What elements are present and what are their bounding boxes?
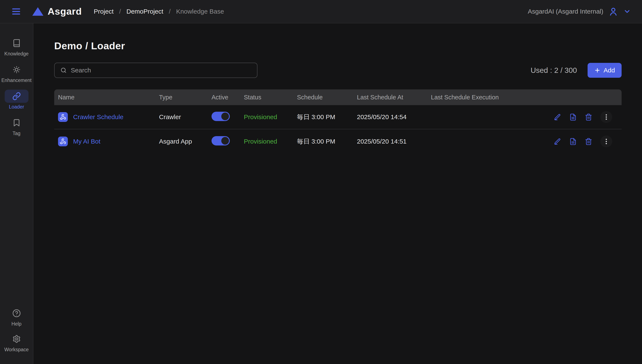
sidebar-item-enhancement[interactable]: Enhancement bbox=[0, 63, 33, 83]
status-cell: Provisioned bbox=[244, 138, 297, 145]
column-header-last-schedule-execution: Last Schedule Execution bbox=[431, 94, 553, 101]
gear-icon bbox=[12, 335, 21, 343]
sidebar-item-label: Tag bbox=[13, 130, 21, 136]
row-name-link[interactable]: Crawler Schedule bbox=[73, 114, 124, 121]
loader-table: Name Type Active Status Schedule Last Sc… bbox=[54, 90, 621, 154]
trash-icon[interactable] bbox=[585, 114, 592, 121]
column-header-status: Status bbox=[244, 94, 297, 101]
help-circle-icon bbox=[12, 309, 21, 318]
sidebar-item-label: Help bbox=[12, 321, 22, 327]
more-options-button[interactable] bbox=[600, 136, 612, 148]
sidebar-item-help[interactable]: Help bbox=[0, 307, 33, 327]
chevron-down-icon[interactable] bbox=[623, 8, 631, 15]
kebab-icon bbox=[603, 114, 610, 121]
table-row: Crawler Schedule Crawler Provisioned 毎日 … bbox=[54, 105, 621, 129]
row-actions bbox=[553, 111, 621, 123]
type-cell: Asgard App bbox=[159, 138, 211, 145]
logo[interactable]: Asgard bbox=[32, 6, 82, 17]
sidebar-item-label: Loader bbox=[9, 104, 24, 110]
topbar: Asgard Project / DemoProject / Knowledge… bbox=[0, 0, 642, 23]
search-box[interactable] bbox=[54, 63, 257, 78]
sidebar-item-knowledge[interactable]: Knowledge bbox=[0, 36, 33, 57]
active-toggle[interactable] bbox=[211, 112, 230, 121]
sidebar-item-label: Workspace bbox=[4, 347, 29, 352]
sidebar-item-tag[interactable]: Tag bbox=[0, 116, 33, 136]
column-header-active: Active bbox=[211, 94, 244, 101]
search-icon bbox=[60, 67, 67, 74]
breadcrumb-separator: / bbox=[169, 8, 170, 15]
breadcrumb-project[interactable]: Project bbox=[94, 8, 114, 15]
webhook-icon bbox=[58, 136, 68, 146]
breadcrumb-demo-project[interactable]: DemoProject bbox=[127, 8, 163, 15]
breadcrumb: Project / DemoProject / Knowledge Base bbox=[94, 8, 224, 15]
logo-text: Asgard bbox=[48, 6, 82, 17]
account-area: AsgardAI (Asgard Internal) bbox=[528, 6, 631, 16]
column-header-schedule: Schedule bbox=[297, 94, 357, 101]
add-button[interactable]: Add bbox=[587, 63, 621, 78]
sidebar-item-loader[interactable]: Loader bbox=[0, 90, 33, 110]
breadcrumb-knowledge-base: Knowledge Base bbox=[176, 8, 224, 15]
active-cell bbox=[211, 112, 244, 122]
document-icon[interactable] bbox=[569, 114, 577, 121]
search-input[interactable] bbox=[71, 67, 251, 74]
kebab-icon bbox=[603, 138, 610, 145]
book-icon bbox=[12, 39, 21, 47]
schedule-cell: 毎日 3:00 PM bbox=[297, 113, 357, 122]
main-content: Demo / Loader Used : 2 / 300 Add Name Ty… bbox=[34, 23, 642, 364]
edit-icon[interactable] bbox=[554, 114, 561, 121]
active-cell bbox=[211, 136, 244, 147]
bookmark-icon bbox=[12, 118, 21, 127]
add-button-label: Add bbox=[603, 67, 615, 74]
sidebar: Knowledge Enhancement Loader Tag Help Wo… bbox=[0, 23, 33, 364]
name-cell: Crawler Schedule bbox=[58, 112, 159, 122]
column-header-type: Type bbox=[159, 94, 211, 101]
status-cell: Provisioned bbox=[244, 114, 297, 121]
sidebar-item-workspace[interactable]: Workspace bbox=[0, 332, 33, 352]
column-header-last-schedule-at: Last Schedule At bbox=[357, 94, 431, 101]
row-actions bbox=[553, 136, 621, 148]
logo-triangle-icon bbox=[32, 7, 43, 16]
more-options-button[interactable] bbox=[600, 111, 612, 123]
column-header-name: Name bbox=[58, 94, 159, 101]
row-name-link[interactable]: My AI Bot bbox=[73, 138, 100, 145]
menu-icon[interactable] bbox=[11, 6, 21, 16]
name-cell: My AI Bot bbox=[58, 136, 159, 146]
trash-icon[interactable] bbox=[585, 138, 592, 145]
account-label: AsgardAI (Asgard Internal) bbox=[528, 8, 603, 15]
last-schedule-at-cell: 2025/05/20 14:54 bbox=[357, 114, 431, 121]
breadcrumb-separator: / bbox=[119, 8, 121, 15]
plus-icon bbox=[594, 67, 600, 74]
sidebar-item-label: Enhancement bbox=[2, 78, 32, 83]
table-header: Name Type Active Status Schedule Last Sc… bbox=[54, 90, 621, 105]
link-icon bbox=[12, 92, 21, 100]
webhook-icon bbox=[58, 112, 68, 122]
user-icon[interactable] bbox=[608, 6, 618, 16]
usage-counter: Used : 2 / 300 bbox=[531, 66, 577, 74]
active-toggle[interactable] bbox=[211, 136, 230, 146]
sun-icon bbox=[12, 66, 21, 74]
edit-icon[interactable] bbox=[554, 138, 561, 145]
page-title: Demo / Loader bbox=[54, 40, 621, 52]
document-icon[interactable] bbox=[569, 138, 577, 145]
type-cell: Crawler bbox=[159, 114, 211, 121]
sidebar-item-label: Knowledge bbox=[5, 51, 29, 57]
last-schedule-at-cell: 2025/05/20 14:51 bbox=[357, 138, 431, 145]
schedule-cell: 毎日 3:00 PM bbox=[297, 137, 357, 146]
table-row: My AI Bot Asgard App Provisioned 毎日 3:00… bbox=[54, 129, 621, 154]
